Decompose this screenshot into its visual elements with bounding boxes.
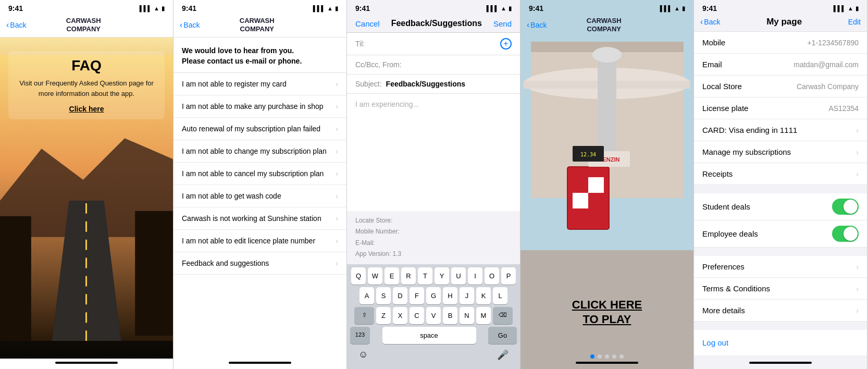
compose-body[interactable]: I am experiencing... <box>347 94 520 211</box>
student-deals-switch[interactable] <box>832 199 859 215</box>
cta-text[interactable]: CLICK HERE TO PLAY <box>520 298 693 327</box>
faq-item-label-8: Feedback and suggestions <box>182 259 269 267</box>
key-g[interactable]: G <box>426 287 441 304</box>
battery-icon: ▮ <box>162 5 165 12</box>
chevron-icon-3: › <box>336 147 338 155</box>
key-x[interactable]: X <box>393 307 407 324</box>
svg-rect-18 <box>588 193 604 208</box>
subject-value[interactable]: Feedback/Suggestions <box>386 80 465 88</box>
license-plate-label: License plate <box>702 104 748 113</box>
home-indicator-2 <box>173 359 346 369</box>
receipts-item[interactable]: Receipts › <box>694 163 867 185</box>
manage-subscriptions-item[interactable]: Manage my subscriptions › <box>694 141 867 163</box>
section-gap-2 <box>694 248 867 256</box>
terms-label: Terms & Conditions <box>702 284 770 293</box>
locate-store-field: Locate Store: <box>355 215 512 227</box>
edit-button[interactable]: Edit <box>848 18 861 26</box>
preferences-item[interactable]: Preferences › <box>694 256 867 278</box>
mic-button[interactable]: 🎤 <box>491 345 515 365</box>
key-t[interactable]: T <box>418 267 432 285</box>
mobile-field: Mobile +1-1234567890 <box>694 32 867 54</box>
key-r[interactable]: R <box>401 267 416 285</box>
key-space[interactable]: space <box>382 327 476 344</box>
key-o[interactable]: O <box>485 267 499 285</box>
more-details-label: More details <box>702 306 745 315</box>
home-indicator-5 <box>694 359 867 369</box>
key-go[interactable]: Go <box>488 327 517 344</box>
key-i[interactable]: I <box>468 267 482 285</box>
back-button-5[interactable]: ‹ Back <box>700 17 720 27</box>
svg-rect-2 <box>0 216 31 341</box>
card-item[interactable]: CARD: Visa ending in 1111 › <box>694 119 867 141</box>
status-bar-5: 9:41 ▌▌▌ ▲ ▮ <box>694 0 867 15</box>
key-d[interactable]: D <box>393 287 407 304</box>
add-recipient-button[interactable]: + <box>500 38 512 50</box>
key-p[interactable]: P <box>501 267 516 285</box>
key-123[interactable]: 123 <box>350 327 370 344</box>
send-button[interactable]: Send <box>493 19 512 28</box>
faq-item-0[interactable]: I am not able to register my card › <box>173 73 346 95</box>
key-c[interactable]: C <box>410 307 424 324</box>
faq-item-6[interactable]: Carwash is not working at Sunshine stati… <box>173 207 346 230</box>
logout-section: Log out <box>694 330 867 355</box>
employee-deals-switch[interactable] <box>832 226 859 242</box>
key-s[interactable]: S <box>376 287 391 304</box>
key-m[interactable]: M <box>476 307 491 324</box>
key-backspace[interactable]: ⌫ <box>493 307 513 324</box>
key-z[interactable]: Z <box>376 307 391 324</box>
key-w[interactable]: W <box>368 267 382 285</box>
faq-item-3[interactable]: I am not able to change my subscription … <box>173 140 346 163</box>
faq-item-5[interactable]: I am not able to get wash code › <box>173 185 346 207</box>
cancel-button[interactable]: Cancel <box>355 19 380 28</box>
faq-item-1[interactable]: I am not able to make any purchase in sh… <box>173 95 346 118</box>
key-f[interactable]: F <box>410 287 424 304</box>
terms-item[interactable]: Terms & Conditions › <box>694 278 867 300</box>
status-icons-5: ▌▌▌ ▲ ▮ <box>834 5 859 12</box>
key-h[interactable]: H <box>443 287 457 304</box>
terms-chevron: › <box>856 285 859 293</box>
contact-text: We would love to hear from you. Please c… <box>173 38 346 73</box>
emoji-button[interactable]: ☺ <box>352 345 374 365</box>
back-label-4: Back <box>530 21 547 29</box>
status-time-1: 9:41 <box>8 4 23 13</box>
faq-item-label-1: I am not able to make any purchase in sh… <box>182 102 324 110</box>
key-v[interactable]: V <box>426 307 441 324</box>
key-shift[interactable]: ⇧ <box>354 307 374 324</box>
back-label-2: Back <box>183 21 200 29</box>
key-b[interactable]: B <box>443 307 457 324</box>
back-button-4[interactable]: ‹ Back <box>527 20 547 30</box>
key-k[interactable]: K <box>476 287 491 304</box>
faq-item-8[interactable]: Feedback and suggestions › <box>173 252 346 275</box>
svg-text:12.34: 12.34 <box>580 152 596 157</box>
status-icons-1: ▌▌▌ ▲ ▮ <box>140 5 165 12</box>
key-u[interactable]: U <box>451 267 466 285</box>
faq-item-2[interactable]: Auto renewal of my subscription plan fai… <box>173 118 346 140</box>
key-a[interactable]: A <box>359 287 374 304</box>
toggle-knob-1 <box>844 200 858 214</box>
app-version-value: 1.3 <box>392 250 401 257</box>
student-deals-toggle: Student deals <box>694 193 867 220</box>
key-n[interactable]: N <box>460 307 474 324</box>
back-button-2[interactable]: ‹ Back <box>180 20 200 30</box>
email-value: matdan@gmail.com <box>793 60 859 69</box>
back-button-1[interactable]: ‹ Back <box>6 20 26 30</box>
key-l[interactable]: L <box>493 287 507 304</box>
battery-icon-3: ▮ <box>509 5 512 12</box>
faq-item-4[interactable]: I am not able to cancel my subscription … <box>173 163 346 185</box>
faq-item-7[interactable]: I am not able to edit licence plate numb… <box>173 230 346 252</box>
dot-4 <box>612 354 616 359</box>
key-q[interactable]: Q <box>351 267 366 285</box>
wifi-icon: ▲ <box>154 5 159 11</box>
logout-button[interactable]: Log out <box>694 330 867 355</box>
key-e[interactable]: E <box>385 267 399 285</box>
nav-bar-5: ‹ Back My page Edit <box>694 15 867 32</box>
nav-bar-2: ‹ Back CARWASH COMPANY <box>173 15 346 38</box>
card-label: CARD: Visa ending in 1111 <box>702 126 797 134</box>
mobile-value: +1-1234567890 <box>808 39 859 47</box>
key-j[interactable]: J <box>460 287 474 304</box>
key-y[interactable]: Y <box>435 267 449 285</box>
more-details-item[interactable]: More details › <box>694 300 867 322</box>
faq-link[interactable]: Click here <box>15 105 158 113</box>
subject-label: Subject: <box>355 80 382 88</box>
brand-logo-2: CARWASH COMPANY <box>240 17 275 33</box>
